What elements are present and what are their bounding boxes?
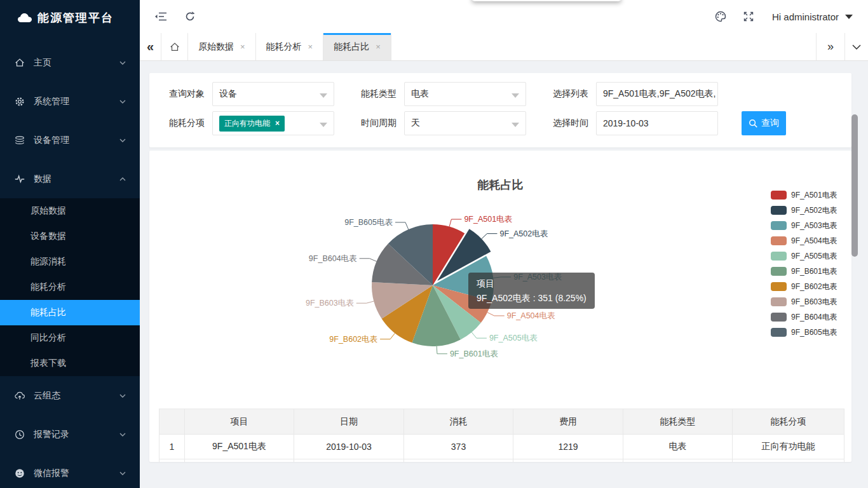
- legend-item[interactable]: 9F_B604电表: [771, 309, 837, 325]
- result-table: 项目 日期 消耗 费用 能耗类型 能耗分项 1 9F_A501电表 2019-1…: [159, 409, 844, 462]
- sidebar-fold-icon[interactable]: [153, 9, 168, 24]
- select-time-input[interactable]: 2019-10-03: [596, 111, 718, 135]
- tab-close-icon[interactable]: ×: [308, 42, 313, 51]
- legend-chip: [771, 236, 787, 245]
- chevron-down-icon: [119, 139, 126, 142]
- query-object-select[interactable]: 设备: [212, 82, 334, 106]
- sidebar-item-alarm-records[interactable]: 报警记录: [0, 415, 140, 454]
- chevron-down-icon: [119, 394, 126, 398]
- sidebar-item-data[interactable]: 数据: [0, 159, 140, 198]
- tab-energy-ratio[interactable]: 能耗占比 ×: [323, 33, 391, 60]
- tab-close-icon[interactable]: ×: [376, 42, 381, 51]
- legend-item[interactable]: 9F_B603电表: [771, 294, 837, 309]
- select-caret-icon: [512, 93, 519, 98]
- pie-label: 9F_A502电表: [499, 229, 548, 238]
- sidebar-item-device-data[interactable]: 设备数据: [0, 224, 140, 249]
- legend-item[interactable]: 9F_A505电表: [771, 248, 837, 264]
- pie-label-line: [356, 301, 374, 303]
- sidebar-item-system[interactable]: 系统管理: [0, 82, 140, 121]
- col-cost: 费用: [513, 409, 623, 435]
- select-list-input[interactable]: 9F_A501电表,9F_A502电表,: [596, 82, 718, 106]
- search-icon: [749, 119, 758, 128]
- home-tab-icon: [169, 41, 180, 53]
- pie-label-line: [487, 313, 505, 316]
- sidebar-item-devices[interactable]: 设备管理: [0, 121, 140, 159]
- chart-panel: 能耗占比 9F_A501电表9F_A502电表9F_A503电表9F_A504电…: [149, 151, 851, 462]
- pie-label: 9F_B602电表: [329, 335, 377, 344]
- main-content: 查询对象 设备 能耗类型 电表 选择列表 9F_A501电表,9F_A502电表…: [140, 61, 859, 488]
- energy-item-label: 能耗分项: [166, 118, 205, 129]
- legend-item[interactable]: 9F_A501电表: [771, 187, 837, 203]
- tab-home-button[interactable]: [161, 33, 188, 60]
- tab-close-icon[interactable]: ×: [240, 42, 245, 51]
- sidebar-item-report-download[interactable]: 报表下载: [0, 351, 140, 376]
- tab-energy-analysis[interactable]: 能耗分析 ×: [256, 33, 324, 60]
- sidebar-item-energy-analysis[interactable]: 能耗分析: [0, 274, 140, 300]
- sidebar-item-cloud-config[interactable]: 云组态: [0, 376, 140, 415]
- energy-item-multiselect[interactable]: 正向有功电能 ×: [212, 111, 334, 135]
- chevron-up-icon: [119, 177, 126, 181]
- sidebar-item-yoy-analysis[interactable]: 同比分析: [0, 325, 140, 351]
- query-object-label: 查询对象: [166, 88, 205, 100]
- legend-chip: [771, 328, 787, 337]
- pie-chart[interactable]: 9F_A501电表9F_A502电表9F_A503电表9F_A504电表9F_A…: [149, 151, 851, 408]
- legend-item[interactable]: 9F_A504电表: [771, 233, 837, 248]
- sidebar-item-energy-ratio[interactable]: 能耗占比: [0, 300, 140, 325]
- legend-item[interactable]: 9F_B601电表: [771, 264, 837, 279]
- select-caret-icon: [320, 93, 327, 98]
- app-logo: 能源管理平台: [0, 0, 140, 36]
- pie-label: 9F_A503电表: [513, 273, 562, 281]
- user-menu[interactable]: Hi administrator: [772, 0, 853, 33]
- layers-icon: [14, 135, 25, 146]
- pie-label: 9F_B601电表: [450, 349, 498, 358]
- sidebar-item-raw-data[interactable]: 原始数据: [0, 198, 140, 224]
- select-time-label: 选择时间: [550, 118, 588, 129]
- sidebar-item-wechat-alarm[interactable]: 微信报警: [0, 454, 140, 488]
- refresh-icon[interactable]: [182, 9, 198, 24]
- energy-type-select[interactable]: 电表: [404, 82, 526, 106]
- energy-type-label: 能耗类型: [358, 88, 397, 100]
- legend-item[interactable]: 9F_A503电表: [771, 218, 837, 233]
- pie-label-line: [360, 259, 377, 262]
- chevron-down-icon: [119, 471, 126, 475]
- pie-label: 9F_B603电表: [306, 299, 354, 308]
- legend-chip: [771, 313, 787, 322]
- cloud-logo-icon: [17, 11, 33, 24]
- pie-label-line: [437, 346, 447, 354]
- col-energy-item: 能耗分项: [733, 409, 844, 435]
- sidebar-item-home[interactable]: 主页: [0, 43, 140, 82]
- fullscreen-icon[interactable]: [741, 9, 756, 24]
- legend-item[interactable]: 9F_B605电表: [771, 325, 837, 340]
- home-icon: [14, 57, 25, 69]
- table-row[interactable]: 1 9F_A501电表 2019-10-03 373 1219 电表 正向有功电…: [159, 435, 844, 459]
- clock-icon: [14, 429, 25, 440]
- pie-label-line: [380, 333, 395, 339]
- pie-label-line: [395, 222, 409, 229]
- tab-raw-data[interactable]: 原始数据 ×: [188, 33, 256, 60]
- selected-tag: 正向有功电能 ×: [219, 116, 285, 132]
- pie-label: 9F_A504电表: [507, 311, 555, 320]
- pie-label-line: [482, 234, 498, 239]
- time-period-select[interactable]: 天: [404, 111, 526, 135]
- tabs-scroll-right-button[interactable]: »: [816, 33, 845, 60]
- legend-item[interactable]: 9F_A502电表: [771, 203, 837, 218]
- pulse-icon: [14, 173, 25, 185]
- chart-legend: 9F_A501电表 9F_A502电表 9F_A503电表 9F_A504电表 …: [771, 187, 837, 340]
- tabs-scroll-left-button[interactable]: «: [140, 33, 161, 60]
- gear-icon: [14, 96, 25, 107]
- chevron-down-icon: [119, 61, 126, 65]
- tag-close-icon[interactable]: ×: [275, 119, 280, 128]
- search-button[interactable]: 查询: [742, 111, 786, 135]
- sidebar-item-energy-consumption[interactable]: 能源消耗: [0, 249, 140, 274]
- sidebar: 能源管理平台 主页 系统管理 设备管理 数据 原始数据 设备数据 能源消耗 能耗…: [0, 0, 140, 488]
- chevron-down-icon: [119, 100, 126, 104]
- legend-item[interactable]: 9F_B602电表: [771, 279, 837, 294]
- theme-palette-icon[interactable]: [713, 9, 728, 24]
- pie-label: 9F_A505电表: [489, 334, 538, 342]
- vertical-scrollbar-thumb[interactable]: [851, 114, 858, 257]
- tabs-menu-button[interactable]: [845, 33, 868, 60]
- col-energy-type: 能耗类型: [623, 409, 733, 435]
- browser-shadow-artifact: [471, 0, 621, 1]
- pie-label: 9F_B604电表: [309, 254, 357, 263]
- legend-chip: [771, 282, 787, 291]
